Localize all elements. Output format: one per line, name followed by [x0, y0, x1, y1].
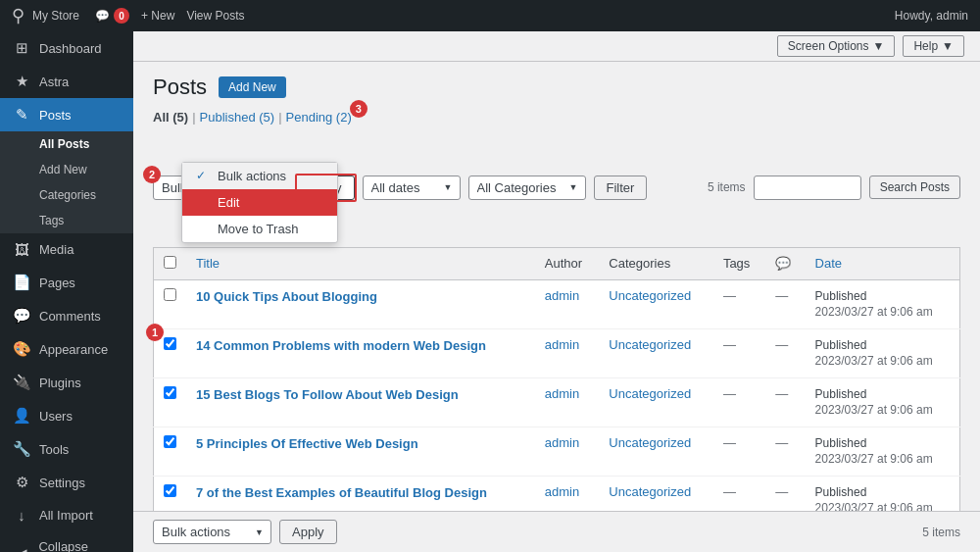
- row-category-cell: Uncategorized: [599, 328, 713, 377]
- admin-topbar: ⚲ My Store 💬 0 + New View Posts Howdy, a…: [0, 0, 980, 31]
- submenu-categories[interactable]: Categories: [0, 182, 133, 208]
- sidebar-item-settings[interactable]: ⚙ Settings: [0, 466, 133, 499]
- top-toolbar: 2 Bulk actions Edit Move to Trash ✓: [153, 132, 960, 243]
- comments-nav-icon: 💬: [12, 307, 31, 325]
- sidebar-item-media[interactable]: 🖼 Media: [0, 233, 133, 266]
- submenu-add-new[interactable]: Add New: [0, 157, 133, 182]
- store-name[interactable]: My Store: [32, 9, 79, 23]
- row-title-cell: 7 of the Best Examples of Beautiful Blog…: [186, 476, 535, 511]
- submenu-all-posts[interactable]: All Posts: [0, 131, 133, 157]
- author-link[interactable]: admin: [545, 484, 579, 499]
- filter-tab-published[interactable]: Published (5): [200, 110, 275, 125]
- media-icon: 🖼: [12, 241, 31, 258]
- sidebar-item-all-import[interactable]: ↓ All Import: [0, 499, 133, 531]
- apply-button-bottom[interactable]: Apply: [279, 520, 337, 544]
- tags-value: —: [723, 435, 736, 450]
- filter-tab-all[interactable]: All (5): [153, 110, 188, 125]
- comments-value: —: [775, 337, 788, 352]
- category-link[interactable]: Uncategorized: [609, 435, 691, 450]
- dropdown-move-to-trash[interactable]: Move to Trash: [182, 216, 337, 242]
- dropdown-bulk-actions[interactable]: ✓ Bulk actions: [182, 163, 337, 189]
- screen-options-chevron: ▼: [873, 39, 885, 53]
- sidebar-item-comments[interactable]: 💬 Comments: [0, 299, 133, 332]
- add-new-button[interactable]: Add New: [219, 76, 286, 98]
- sidebar-label-posts: Posts: [39, 108, 72, 123]
- screen-options-label: Screen Options: [788, 39, 869, 53]
- row-tags-cell: —: [713, 476, 765, 511]
- row-comments-cell: —: [765, 328, 805, 377]
- post-title-link[interactable]: 14 Common Problems with modern Web Desig…: [196, 338, 486, 353]
- wp-logo-icon: ⚲: [12, 5, 24, 26]
- category-link[interactable]: Uncategorized: [609, 484, 691, 499]
- category-link[interactable]: Uncategorized: [609, 288, 691, 303]
- row-category-cell: Uncategorized: [599, 377, 713, 427]
- sidebar-item-appearance[interactable]: 🎨 Appearance: [0, 332, 133, 366]
- users-icon: 👤: [12, 407, 31, 425]
- author-link[interactable]: admin: [545, 288, 579, 303]
- sidebar-label-astra: Astra: [39, 75, 69, 89]
- row-checkbox[interactable]: [164, 435, 176, 448]
- sidebar-collapse-menu[interactable]: ◀ Collapse menu: [0, 531, 133, 552]
- filter-button[interactable]: Filter: [594, 176, 648, 200]
- sidebar-label-dashboard: Dashboard: [39, 41, 102, 56]
- row-author-cell: admin: [535, 476, 599, 511]
- th-date[interactable]: Date: [806, 247, 960, 279]
- post-title-link[interactable]: 15 Best Blogs To Follow About Web Design: [196, 387, 459, 402]
- post-title-link[interactable]: 10 Quick Tips About Blogging: [196, 289, 377, 304]
- category-link[interactable]: Uncategorized: [609, 386, 691, 401]
- help-label: Help: [913, 39, 938, 53]
- row-checkbox[interactable]: [164, 337, 176, 350]
- row-comments-cell: —: [765, 427, 805, 476]
- row-date-cell: Published 2023/03/27 at 9:06 am: [806, 377, 960, 427]
- view-posts-link[interactable]: View Posts: [186, 9, 244, 23]
- post-title-link[interactable]: 5 Principles Of Effective Web Design: [196, 436, 418, 451]
- row-checkbox[interactable]: [164, 484, 176, 497]
- sidebar-label-tools: Tools: [39, 442, 69, 457]
- author-link[interactable]: admin: [545, 337, 579, 352]
- row-tags-cell: —: [713, 427, 765, 476]
- submenu-tags[interactable]: Tags: [0, 208, 133, 233]
- th-author: Author: [535, 247, 599, 279]
- post-title-link[interactable]: 7 of the Best Examples of Beautiful Blog…: [196, 485, 487, 500]
- table-row: 5 Principles Of Effective Web Design adm…: [154, 427, 960, 476]
- bulk-actions-select-bottom[interactable]: Bulk actions Edit Move to Trash: [153, 520, 271, 544]
- toolbar-right: 5 items Search Posts: [708, 176, 960, 200]
- categories-select[interactable]: All Categories: [468, 176, 586, 200]
- posts-icon: ✎: [12, 106, 31, 124]
- search-input[interactable]: [754, 176, 861, 200]
- sidebar-item-users[interactable]: 👤 Users: [0, 399, 133, 432]
- author-link[interactable]: admin: [545, 435, 579, 450]
- sidebar-label-comments: Comments: [39, 309, 101, 324]
- select-all-checkbox-top[interactable]: [164, 256, 176, 269]
- row-checkbox[interactable]: [164, 288, 176, 301]
- search-posts-button[interactable]: Search Posts: [869, 176, 960, 199]
- author-link[interactable]: admin: [545, 386, 579, 401]
- dates-select[interactable]: All dates: [363, 176, 461, 200]
- sidebar-item-posts[interactable]: ✎ Posts: [0, 98, 133, 131]
- comments-value: —: [775, 435, 788, 450]
- help-button[interactable]: Help ▼: [903, 35, 964, 57]
- row-checkbox[interactable]: [164, 386, 176, 399]
- dashboard-icon: ⊞: [12, 39, 31, 57]
- row-author-cell: admin: [535, 427, 599, 476]
- sidebar-label-media: Media: [39, 242, 74, 257]
- sidebar: ⊞ Dashboard ★ Astra ✎ Posts All Posts Ad…: [0, 31, 133, 552]
- sidebar-item-astra[interactable]: ★ Astra: [0, 65, 133, 98]
- category-link[interactable]: Uncategorized: [609, 337, 691, 352]
- screen-options-button[interactable]: Screen Options ▼: [777, 35, 896, 57]
- filter-tab-pending[interactable]: Pending (2): [286, 110, 352, 125]
- bulk-actions-dropdown: ✓ Bulk actions Edit Move to Trash: [181, 162, 338, 243]
- row-date-cell: Published 2023/03/27 at 9:06 am: [806, 279, 960, 328]
- sidebar-item-dashboard[interactable]: ⊞ Dashboard: [0, 31, 133, 65]
- dropdown-edit[interactable]: Edit: [182, 189, 337, 216]
- th-title[interactable]: Title: [186, 247, 535, 279]
- date-status: Published: [815, 387, 867, 401]
- comments-value: —: [775, 386, 788, 401]
- comments-value: —: [775, 484, 788, 499]
- sidebar-item-plugins[interactable]: 🔌 Plugins: [0, 366, 133, 399]
- new-link[interactable]: + New: [141, 9, 174, 23]
- sidebar-label-users: Users: [39, 409, 73, 424]
- sidebar-item-pages[interactable]: 📄 Pages: [0, 266, 133, 299]
- row-date-cell: Published 2023/03/27 at 9:06 am: [806, 427, 960, 476]
- sidebar-item-tools[interactable]: 🔧 Tools: [0, 432, 133, 466]
